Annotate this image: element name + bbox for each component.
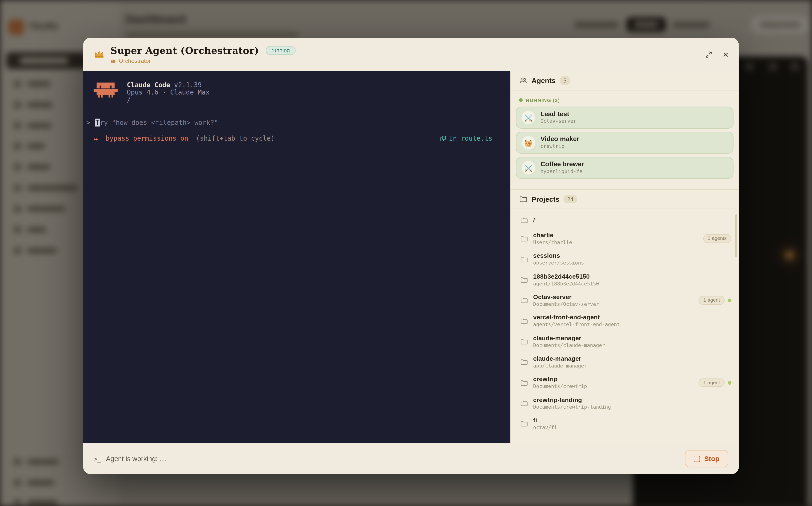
project-list[interactable]: / charlie Users/charlie 2 agents session… <box>511 209 739 443</box>
crown-small-icon <box>110 58 116 64</box>
swords-icon: ⚔️ <box>522 161 536 175</box>
prompt-chevron: > <box>86 119 90 126</box>
project-row[interactable]: sessions observer/sessions <box>511 249 739 269</box>
folder-icon <box>520 399 528 407</box>
project-name: crewtrip <box>533 375 587 383</box>
project-name: vercel-front-end-agent <box>533 314 620 322</box>
project-row[interactable]: Octav-server Documents/Octav-server 1 ag… <box>511 290 739 311</box>
projects-section-header: Projects 24 <box>511 189 739 209</box>
permissions-mode-label[interactable]: bypass permissions on <box>106 134 188 142</box>
running-dot-icon <box>519 98 523 102</box>
project-row[interactable]: / <box>511 212 739 229</box>
project-path: Users/charlie <box>533 239 572 246</box>
project-path: Documents/claude-manager <box>533 342 605 349</box>
terminal-prompt-input[interactable]: > T ry "how does <filepath> work?" <box>83 119 510 126</box>
folder-icon <box>520 317 528 325</box>
terminal-version: v2.1.39 <box>174 81 201 89</box>
scrollbar-thumb[interactable] <box>735 214 737 257</box>
project-row[interactable]: crewtrip-landing Documents/crewtrip-land… <box>511 393 739 413</box>
modal-title: Super Agent (Orchestrator) <box>110 45 259 56</box>
folder-icon <box>520 379 528 387</box>
project-path: agents/vercel-front-end-agent <box>533 322 620 328</box>
context-file-label: In route.ts <box>449 134 492 142</box>
modal-side-panel: Agents 5 RUNNING (3) ⚔️ Lead test Octav-… <box>510 71 739 443</box>
project-name: claude-manager <box>533 334 605 342</box>
project-row[interactable]: crewtrip Documents/crewtrip 1 agent <box>511 372 739 393</box>
project-name: / <box>533 216 535 224</box>
super-agent-modal: Super Agent (Orchestrator) running Orche… <box>83 37 739 474</box>
crown-icon <box>94 49 105 60</box>
in-file-icon <box>440 136 445 141</box>
project-path: octav/fi <box>533 424 557 431</box>
project-row[interactable]: fi octav/fi <box>511 414 739 434</box>
modal-header: Super Agent (Orchestrator) running Orche… <box>83 37 739 71</box>
folder-icon <box>520 276 528 284</box>
running-status-badge: running <box>266 46 296 55</box>
agent-count-badge: 1 agent <box>699 296 725 305</box>
folder-icon <box>520 338 528 345</box>
project-row[interactable]: 188b3e2d44ce5150 agent/188b3e2d44ce5150 <box>511 269 739 290</box>
agent-name: Coffee brewer <box>541 161 584 168</box>
claude-logo-ascii: ▐▛███▜▌ ▝▜█████▛▘ ▘▘ ▝▝ <box>92 83 119 103</box>
project-name: 188b3e2d44ce5150 <box>533 273 599 280</box>
agents-title: Agents <box>532 77 556 84</box>
terminal-prompt-icon: >_ <box>94 455 101 462</box>
modal-body: ▐▛███▜▌ ▝▜█████▛▘ ▘▘ ▝▝ Claude Code v2.1… <box>83 71 739 443</box>
project-name: claude-manager <box>533 355 587 363</box>
folder-icon <box>520 255 528 263</box>
stop-button[interactable]: Stop <box>685 450 728 467</box>
online-dot-icon <box>728 381 732 385</box>
agents-section-header: Agents 5 <box>511 71 739 90</box>
agents-count-badge: 5 <box>560 76 570 85</box>
project-name: Octav-server <box>533 293 599 301</box>
online-dot-icon <box>728 299 732 303</box>
project-path: Documents/Octav-server <box>533 301 599 308</box>
expand-button[interactable] <box>705 51 713 58</box>
folder-icon <box>520 358 528 366</box>
folder-icon <box>520 235 528 243</box>
modal-footer: >_ Agent is working: … Stop <box>83 443 739 474</box>
permissions-hint: (shift+tab to cycle) <box>196 134 275 142</box>
agent-card[interactable]: ⚔️ Lead test Octav-server <box>516 107 733 129</box>
folder-icon <box>520 216 528 224</box>
agent-name: Lead test <box>541 110 577 118</box>
terminal-cursor: T <box>95 119 100 126</box>
agent-card-list: ⚔️ Lead test Octav-server 🧺 Video maker … <box>511 107 739 182</box>
project-path: app/claude-manager <box>533 363 587 369</box>
prompt-placeholder: ry "how does <filepath> work?" <box>100 119 218 126</box>
stop-icon <box>694 455 700 462</box>
terminal-divider <box>85 112 503 112</box>
agent-count-badge: 1 agent <box>699 378 725 387</box>
agent-card[interactable]: 🧺 Video maker crewtrip <box>516 132 733 154</box>
project-row[interactable]: charlie Users/charlie 2 agents <box>511 229 739 249</box>
projects-title: Projects <box>532 195 560 203</box>
claude-code-terminal[interactable]: ▐▛███▜▌ ▝▜█████▛▘ ▘▘ ▝▝ Claude Code v2.1… <box>83 71 510 443</box>
folder-icon <box>519 195 527 203</box>
folder-icon <box>520 420 528 428</box>
close-button[interactable]: × <box>723 50 729 59</box>
folder-icon <box>520 297 528 304</box>
project-name: charlie <box>533 232 572 239</box>
project-path: Documents/crewtrip <box>533 383 587 390</box>
agent-card[interactable]: ⚔️ Coffee brewer hyperliquid-fe <box>516 157 733 179</box>
project-name: sessions <box>533 252 584 260</box>
project-name: crewtrip-landing <box>533 396 611 404</box>
agent-role-label: Orchestrator <box>119 58 151 64</box>
projects-count-badge: 24 <box>564 195 577 203</box>
agent-project: crewtrip <box>541 144 579 150</box>
terminal-cwd: / <box>127 96 210 103</box>
terminal-app-name: Claude Code <box>127 81 170 89</box>
project-row[interactable]: vercel-front-end-agent agents/vercel-fro… <box>511 311 739 331</box>
terminal-model-line: Opus 4.6 · Claude Max <box>127 89 210 96</box>
terminal-status-line: ▶▶ bypass permissions on (shift+tab to c… <box>83 134 510 142</box>
project-path: observer/sessions <box>533 260 584 266</box>
project-path: agent/188b3e2d44ce5150 <box>533 280 599 287</box>
people-icon <box>519 76 527 85</box>
project-row[interactable]: claude-manager Documents/claude-manager <box>511 331 739 352</box>
basket-icon: 🧺 <box>522 136 536 150</box>
agent-working-status: Agent is working: … <box>106 455 166 462</box>
running-group-label: RUNNING (3) <box>511 91 739 107</box>
fast-forward-icon: ▶▶ <box>94 137 98 142</box>
project-row[interactable]: claude-manager app/claude-manager <box>511 352 739 372</box>
screen: Vandly Dashboard <box>0 0 812 506</box>
